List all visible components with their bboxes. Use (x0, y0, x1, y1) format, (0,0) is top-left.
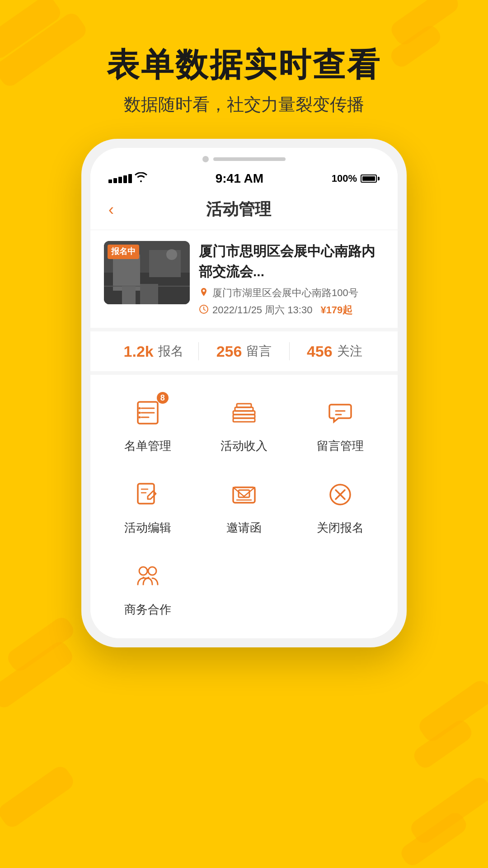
svg-rect-22 (233, 418, 255, 422)
close-register-label: 关闭报名 (317, 520, 364, 536)
svg-point-15 (138, 407, 141, 410)
phone-screen: 9:41 AM 100% ‹ 活动管理 (90, 148, 398, 638)
status-bar: 9:41 AM 100% (90, 167, 398, 189)
menu-item-activity-income[interactable]: 活动收入 (199, 384, 289, 461)
event-meta: 厦门市湖里区会展中心南路100号 2022/11/25 周六 13:30 (199, 286, 384, 317)
activity-edit-icon (133, 480, 162, 509)
notch-dot (202, 156, 209, 162)
event-image: 2 design 报名中 (104, 241, 190, 304)
menu-item-activity-edit[interactable]: 活动编辑 (103, 466, 193, 543)
event-location: 厦门市湖里区会展中心南路100号 (199, 286, 384, 300)
back-button[interactable]: ‹ (108, 200, 114, 219)
svg-rect-6 (122, 286, 136, 304)
phone-mockup: 9:41 AM 100% ‹ 活动管理 (81, 139, 407, 647)
business-coop-icon (133, 562, 162, 591)
svg-rect-7 (140, 284, 158, 304)
menu-grid: 8 名单管理 (90, 375, 398, 638)
status-time: 9:41 AM (216, 171, 263, 186)
activity-income-icon-wrap (226, 395, 262, 431)
clock-icon (199, 304, 209, 316)
activity-edit-icon-wrap (130, 476, 166, 513)
menu-item-list-manage[interactable]: 8 名单管理 (103, 384, 193, 461)
register-count: 1.2k (124, 343, 154, 360)
event-card[interactable]: 2 design 报名中 厦门市思明区会展中心南路内部交流会... (90, 230, 398, 331)
event-info: 厦门市思明区会展中心南路内部交流会... 厦门市湖里区会展中心南路100号 (199, 241, 384, 317)
page-content: 表单数据实时查看 数据随时看，社交力量裂变传播 (0, 0, 488, 868)
stat-follow[interactable]: 456 关注 (290, 343, 380, 360)
phone-notch (90, 148, 398, 167)
stats-row: 1.2k 报名 256 留言 456 关注 (90, 331, 398, 375)
activity-edit-label: 活动编辑 (124, 520, 171, 536)
close-register-icon (326, 480, 355, 509)
menu-row-2: 活动编辑 邀请函 (99, 466, 389, 543)
status-right: 100% (332, 173, 380, 184)
hero-title: 表单数据实时查看 (107, 45, 381, 84)
business-coop-icon-wrap (130, 558, 166, 594)
location-text: 厦门市湖里区会展中心南路100号 (212, 286, 358, 300)
follow-label: 关注 (337, 343, 362, 360)
comment-label: 留言 (246, 343, 272, 360)
invitation-icon-wrap (226, 476, 262, 513)
comment-manage-label: 留言管理 (317, 438, 364, 454)
close-register-icon-wrap (322, 476, 358, 513)
nav-bar: ‹ 活动管理 (90, 189, 398, 230)
event-title: 厦门市思明区会展中心南路内部交流会... (199, 241, 384, 282)
notch-bar (213, 157, 286, 161)
menu-item-close-register[interactable]: 关闭报名 (295, 466, 385, 543)
stat-register[interactable]: 1.2k 报名 (108, 343, 198, 360)
menu-item-comment-manage[interactable]: 留言管理 (295, 384, 385, 461)
activity-income-label: 活动收入 (221, 438, 267, 454)
svg-rect-20 (237, 404, 251, 407)
list-manage-badge: 8 (157, 392, 169, 404)
page-title: 活动管理 (114, 198, 363, 221)
list-manage-icon (133, 398, 162, 427)
follow-count: 456 (307, 343, 333, 360)
event-status-badge: 报名中 (108, 245, 139, 259)
menu-item-business-coop[interactable]: 商务合作 (103, 547, 193, 625)
battery-icon (361, 175, 380, 183)
svg-point-16 (138, 412, 141, 414)
svg-rect-2 (113, 255, 140, 291)
list-manage-icon-wrap: 8 (130, 395, 166, 431)
menu-row-1: 8 名单管理 (99, 384, 389, 461)
svg-point-36 (139, 567, 147, 575)
svg-point-37 (148, 567, 156, 575)
hero-subtitle: 数据随时看，社交力量裂变传播 (107, 93, 381, 116)
invitation-label: 邀请函 (226, 520, 262, 536)
status-left (108, 172, 147, 185)
menu-row-3: 商务合作 (99, 547, 389, 625)
hero-section: 表单数据实时查看 数据随时看，社交力量裂变传播 (107, 45, 381, 116)
list-manage-label: 名单管理 (124, 438, 171, 454)
signal-icon (108, 174, 132, 183)
battery-percent: 100% (332, 173, 357, 184)
business-coop-label: 商务合作 (124, 602, 171, 618)
event-price: ¥179起 (320, 303, 352, 317)
date-text: 2022/11/25 周六 13:30 (212, 303, 312, 317)
register-label: 报名 (158, 343, 183, 360)
comment-count: 256 (216, 343, 242, 360)
wifi-icon (135, 172, 147, 185)
activity-income-icon (230, 398, 258, 427)
invitation-icon (230, 480, 258, 509)
menu-item-invitation[interactable]: 邀请函 (199, 466, 289, 543)
svg-point-17 (138, 416, 141, 419)
svg-point-5 (166, 249, 177, 260)
comment-manage-icon-wrap (322, 395, 358, 431)
svg-rect-25 (138, 484, 154, 504)
comment-manage-icon (326, 398, 355, 427)
location-icon (199, 287, 209, 299)
event-time: 2022/11/25 周六 13:30 ¥179起 (199, 303, 384, 317)
stat-comment[interactable]: 256 留言 (199, 343, 289, 360)
